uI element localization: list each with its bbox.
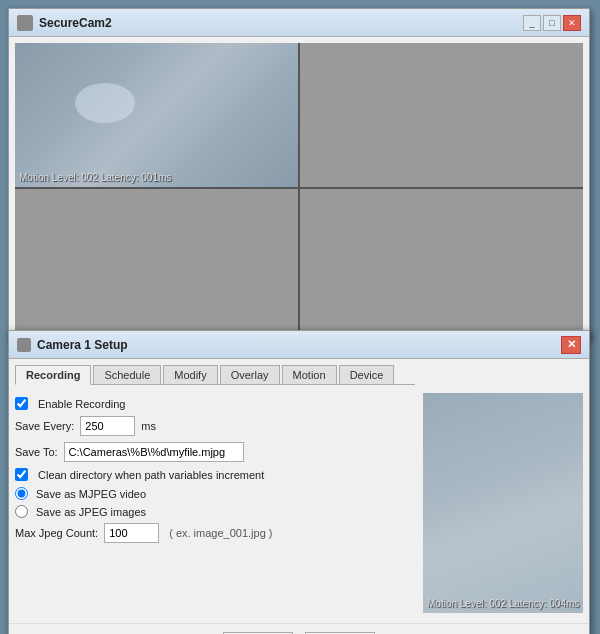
dialog-titlebar: Camera 1 Setup ✕ bbox=[9, 331, 589, 359]
save-every-label: Save Every: bbox=[15, 420, 74, 432]
save-every-row: Save Every: ms bbox=[15, 416, 415, 436]
main-window-title: SecureCam2 bbox=[39, 16, 112, 30]
save-every-unit: ms bbox=[141, 420, 156, 432]
save-mjpeg-radio[interactable] bbox=[15, 487, 28, 500]
camera-grid: Motion Level: 002 Latency: 001ms bbox=[15, 43, 583, 333]
clean-directory-label: Clean directory when path variables incr… bbox=[38, 469, 264, 481]
preview-overlay-text: Motion Level: 002 Latency: 004ms bbox=[427, 598, 579, 609]
cloud-decoration bbox=[75, 83, 135, 123]
save-jpeg-label: Save as JPEG images bbox=[36, 506, 146, 518]
tab-schedule[interactable]: Schedule bbox=[93, 365, 161, 384]
dialog-title-text: Camera 1 Setup bbox=[37, 338, 128, 352]
dialog-body: Recording Schedule Modify Overlay Motion… bbox=[9, 359, 589, 619]
dialog-icon bbox=[17, 338, 31, 352]
max-jpeg-row: Max Jpeg Count: ( ex. image_001.jpg ) bbox=[15, 523, 415, 543]
main-window: SecureCam2 _ □ ✕ Motion Level: 002 Laten… bbox=[8, 8, 590, 340]
dialog-preview: Motion Level: 002 Latency: 004ms bbox=[423, 393, 583, 613]
max-jpeg-label: Max Jpeg Count: bbox=[15, 527, 98, 539]
dialog-close-button[interactable]: ✕ bbox=[561, 336, 581, 354]
save-to-label: Save To: bbox=[15, 446, 58, 458]
titlebar-buttons: _ □ ✕ bbox=[523, 15, 581, 31]
tab-motion[interactable]: Motion bbox=[282, 365, 337, 384]
max-jpeg-hint: ( ex. image_001.jpg ) bbox=[169, 527, 272, 539]
camera-cell-bottom-left bbox=[15, 189, 298, 333]
dialog-left-panel: Recording Schedule Modify Overlay Motion… bbox=[15, 365, 415, 613]
main-titlebar-left: SecureCam2 bbox=[17, 15, 112, 31]
tab-overlay[interactable]: Overlay bbox=[220, 365, 280, 384]
save-to-row: Save To: bbox=[15, 442, 415, 462]
clean-directory-row: Clean directory when path variables incr… bbox=[15, 468, 415, 481]
save-every-input[interactable] bbox=[80, 416, 135, 436]
save-mjpeg-label: Save as MJPEG video bbox=[36, 488, 146, 500]
dialog-title: Camera 1 Setup bbox=[17, 338, 128, 352]
tab-device[interactable]: Device bbox=[339, 365, 395, 384]
enable-recording-label: Enable Recording bbox=[38, 398, 125, 410]
camera-cell-top-left: Motion Level: 002 Latency: 001ms bbox=[15, 43, 298, 187]
restore-button[interactable]: □ bbox=[543, 15, 561, 31]
save-jpeg-row: Save as JPEG images bbox=[15, 505, 415, 518]
tab-modify[interactable]: Modify bbox=[163, 365, 217, 384]
tab-recording[interactable]: Recording bbox=[15, 365, 91, 385]
save-jpeg-radio[interactable] bbox=[15, 505, 28, 518]
main-titlebar: SecureCam2 _ □ ✕ bbox=[9, 9, 589, 37]
camera-cell-top-right bbox=[300, 43, 583, 187]
enable-recording-row: Enable Recording bbox=[15, 397, 415, 410]
max-jpeg-input[interactable] bbox=[104, 523, 159, 543]
clean-directory-checkbox[interactable] bbox=[15, 468, 28, 481]
tab-bar: Recording Schedule Modify Overlay Motion… bbox=[15, 365, 415, 385]
minimize-button[interactable]: _ bbox=[523, 15, 541, 31]
camera-cell-bottom-right bbox=[300, 189, 583, 333]
enable-recording-checkbox[interactable] bbox=[15, 397, 28, 410]
camera-tl-overlay: Motion Level: 002 Latency: 001ms bbox=[19, 172, 171, 183]
dialog-buttons: Cancel OK bbox=[9, 623, 589, 634]
recording-form: Enable Recording Save Every: ms Save To:… bbox=[15, 393, 415, 553]
close-button[interactable]: ✕ bbox=[563, 15, 581, 31]
save-mjpeg-row: Save as MJPEG video bbox=[15, 487, 415, 500]
camera-setup-dialog: Camera 1 Setup ✕ Recording Schedule Modi… bbox=[8, 330, 590, 634]
save-to-input[interactable] bbox=[64, 442, 244, 462]
app-icon bbox=[17, 15, 33, 31]
